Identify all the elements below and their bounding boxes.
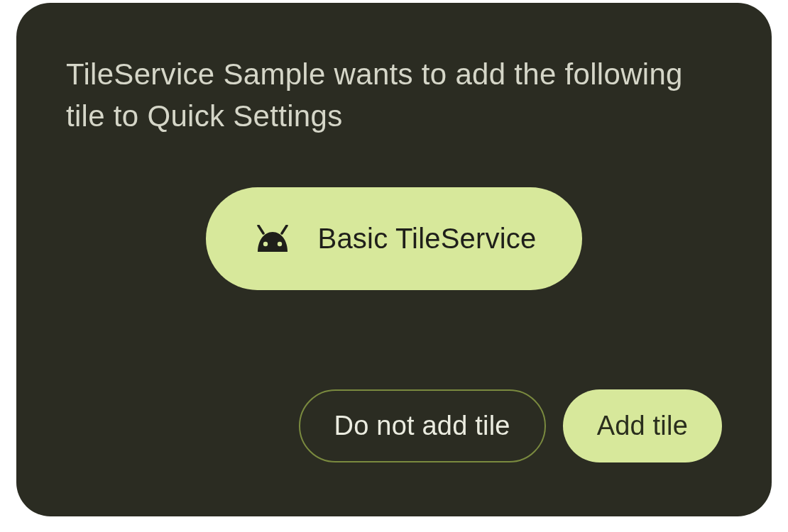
- android-icon: [252, 225, 293, 252]
- tile-label: Basic TileService: [318, 223, 537, 255]
- add-tile-dialog: TileService Sample wants to add the foll…: [16, 3, 772, 516]
- accept-button[interactable]: Add tile: [563, 389, 722, 462]
- tile-preview-container: Basic TileService: [66, 187, 722, 290]
- svg-point-0: [263, 242, 267, 246]
- svg-line-3: [282, 226, 287, 233]
- dialog-button-row: Do not add tile Add tile: [66, 389, 722, 462]
- svg-line-2: [258, 226, 263, 233]
- svg-point-1: [277, 242, 281, 246]
- dialog-title: TileService Sample wants to add the foll…: [66, 54, 722, 138]
- tile-chip: Basic TileService: [206, 187, 583, 290]
- decline-button[interactable]: Do not add tile: [299, 389, 546, 462]
